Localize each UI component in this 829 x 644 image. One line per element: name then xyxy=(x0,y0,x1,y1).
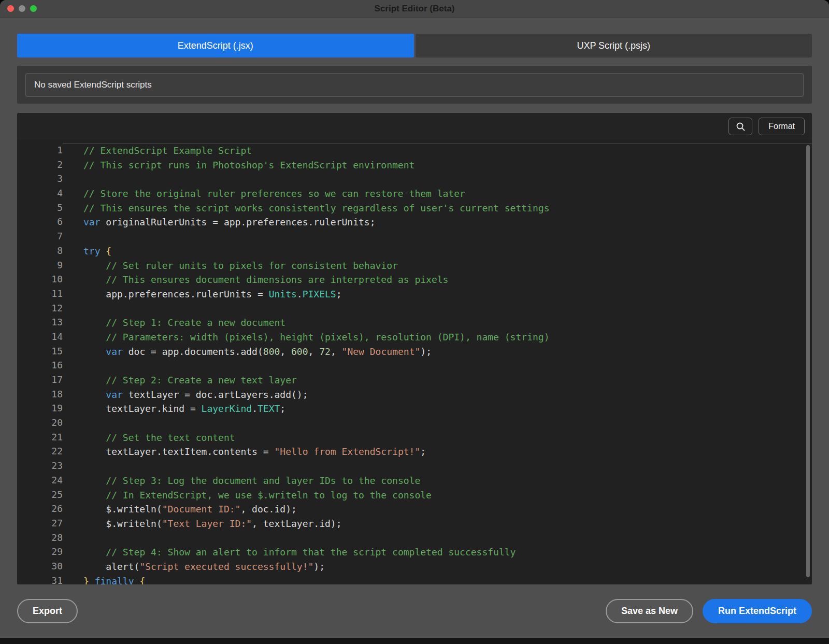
code-line: // This ensures the script works consist… xyxy=(83,201,812,216)
line-number: 18 xyxy=(17,387,63,402)
line-number: 4 xyxy=(17,186,63,201)
window-title: Script Editor (Beta) xyxy=(0,4,829,14)
code-line: // Step 3: Log the document and layer ID… xyxy=(83,474,812,488)
code-lines: // ExtendScript Example Script// This sc… xyxy=(63,143,812,584)
code-line: // Step 2: Create a new text layer xyxy=(83,373,812,388)
line-number: 10 xyxy=(17,272,63,287)
code-line: // Step 1: Create a new document xyxy=(83,316,812,330)
code-line: var textLayer = doc.artLayers.add(); xyxy=(83,388,812,402)
code-line: alert("Script executed successfully!"); xyxy=(83,560,812,574)
line-number: 31 xyxy=(17,574,63,584)
line-number: 26 xyxy=(17,502,63,516)
line-number: 1 xyxy=(17,143,63,158)
line-number: 19 xyxy=(17,401,63,416)
line-number: 23 xyxy=(17,459,63,473)
minimize-button[interactable] xyxy=(19,5,25,12)
tab-extendscript[interactable]: ExtendScript (.jsx) xyxy=(17,34,414,58)
line-number: 14 xyxy=(17,330,63,344)
line-number: 27 xyxy=(17,516,63,531)
line-number: 25 xyxy=(17,488,63,502)
code-line: // ExtendScript Example Script xyxy=(83,144,812,158)
line-number: 5 xyxy=(17,201,63,215)
run-extendscript-button[interactable]: Run ExtendScript xyxy=(703,599,812,623)
code-line xyxy=(83,416,812,431)
code-line xyxy=(83,172,812,187)
code-line: textLayer.kind = LayerKind.TEXT; xyxy=(83,402,812,416)
line-number: 8 xyxy=(17,244,63,258)
bottom-edge xyxy=(0,638,829,644)
editor-panel: Format 123456789101112131415161718192021… xyxy=(17,113,812,584)
line-number: 16 xyxy=(17,358,63,373)
line-number: 22 xyxy=(17,444,63,459)
code-line: // Parameters: width (pixels), height (p… xyxy=(83,330,812,345)
saved-scripts-value: No saved ExtendScript scripts xyxy=(34,80,152,90)
search-button[interactable] xyxy=(728,118,752,135)
line-number: 30 xyxy=(17,559,63,574)
line-number: 21 xyxy=(17,430,63,445)
code-line xyxy=(83,302,812,316)
tab-bar: ExtendScript (.jsx) UXP Script (.psjs) xyxy=(17,34,812,58)
code-line xyxy=(83,531,812,546)
vertical-scrollbar[interactable] xyxy=(806,145,810,577)
code-line: textLayer.textItem.contents = "Hello fro… xyxy=(83,445,812,459)
line-number: 3 xyxy=(17,171,63,186)
code-line: } finally { xyxy=(83,574,812,584)
line-number: 20 xyxy=(17,416,63,430)
zoom-button[interactable] xyxy=(30,5,37,12)
code-line xyxy=(83,230,812,244)
close-button[interactable] xyxy=(7,5,14,12)
code-line: $.writeln("Text Layer ID:", textLayer.id… xyxy=(83,517,812,531)
footer-bar: Export Save as New Run ExtendScript xyxy=(0,584,829,638)
line-number: 12 xyxy=(17,301,63,316)
code-line: // This script runs in Photoshop's Exten… xyxy=(83,158,812,173)
code-line: // In ExtendScript, we use $.writeln to … xyxy=(83,488,812,503)
line-number: 2 xyxy=(17,158,63,172)
code-line: var doc = app.documents.add(800, 600, 72… xyxy=(83,345,812,359)
code-line: // Set the text content xyxy=(83,431,812,445)
export-button[interactable]: Export xyxy=(17,599,78,623)
line-number: 13 xyxy=(17,315,63,330)
line-number: 15 xyxy=(17,344,63,359)
search-icon xyxy=(735,121,746,132)
code-line: try { xyxy=(83,244,812,259)
line-number: 9 xyxy=(17,258,63,273)
code-line: app.preferences.rulerUnits = Units.PIXEL… xyxy=(83,287,812,302)
code-editor[interactable]: 1234567891011121314151617181920212223242… xyxy=(17,140,812,584)
editor-toolbar: Format xyxy=(17,113,812,140)
line-number: 24 xyxy=(17,473,63,488)
saved-scripts-dropdown[interactable]: No saved ExtendScript scripts xyxy=(25,73,804,97)
code-line: $.writeln("Document ID:", doc.id); xyxy=(83,502,812,517)
traffic-lights xyxy=(0,5,37,12)
code-line: var originalRulerUnits = app.preferences… xyxy=(83,215,812,230)
line-number: 28 xyxy=(17,531,63,545)
code-line: // This ensures document dimensions are … xyxy=(83,273,812,287)
code-line: // Step 4: Show an alert to inform that … xyxy=(83,545,812,560)
format-button[interactable]: Format xyxy=(759,118,805,135)
code-line xyxy=(83,359,812,373)
line-number: 17 xyxy=(17,373,63,387)
script-editor-window: Script Editor (Beta) ExtendScript (.jsx)… xyxy=(0,0,829,644)
line-number: 29 xyxy=(17,545,63,559)
line-numbers: 1234567891011121314151617181920212223242… xyxy=(17,143,63,584)
line-number: 7 xyxy=(17,229,63,244)
saved-scripts-panel: No saved ExtendScript scripts xyxy=(17,66,812,104)
line-number: 11 xyxy=(17,287,63,301)
save-as-new-button[interactable]: Save as New xyxy=(606,599,693,623)
code-line xyxy=(83,459,812,474)
tab-uxp-script[interactable]: UXP Script (.psjs) xyxy=(416,34,812,58)
window-titlebar: Script Editor (Beta) xyxy=(0,0,829,18)
code-line: // Store the original ruler preferences … xyxy=(83,187,812,201)
line-number: 6 xyxy=(17,214,63,229)
code-line: // Set ruler units to pixels for consist… xyxy=(83,259,812,273)
